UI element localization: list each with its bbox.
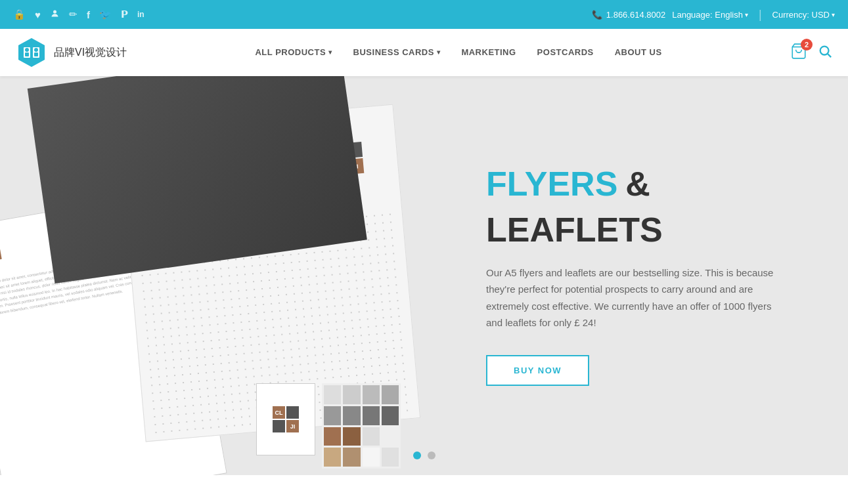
user-icon[interactable]: [50, 9, 60, 20]
logo[interactable]: 品牌VI视觉设计: [16, 37, 127, 68]
cart-button[interactable]: 2: [790, 43, 807, 62]
pinterest-icon[interactable]: 𝗣: [121, 9, 128, 20]
sc1-e2: [273, 420, 285, 432]
hero-title: FLYERS & LEAFLETS: [486, 165, 809, 248]
svg-point-0: [53, 10, 56, 14]
hero-text: FLYERS & LEAFLETS Our A5 flyers and leaf…: [460, 139, 848, 411]
heart-icon[interactable]: ♥: [35, 9, 41, 20]
nav-right: 2: [790, 43, 832, 62]
main-nav: ALL PRODUCTS ▾ BUSINESS CARDS ▾ MARKETIN…: [247, 29, 669, 76]
language-chevron-icon: ▾: [745, 11, 748, 18]
cg-1: [324, 385, 341, 404]
cg-9: [324, 427, 341, 446]
letter-logo-ji: JI: [0, 248, 2, 261]
currency-selector[interactable]: Currency: USD ▾: [772, 10, 835, 20]
currency-chevron-icon: ▾: [832, 11, 835, 18]
cg-11: [363, 427, 380, 446]
mockup-small-card-1: CL JI: [256, 383, 315, 455]
cg-3: [363, 385, 380, 404]
cg-16: [382, 448, 399, 467]
nav-item-marketing[interactable]: MARKETING: [453, 29, 524, 76]
phone-number: 📞 1.866.614.8002: [592, 10, 665, 20]
top-bar-right: 📞 1.866.614.8002 Language: English ▾ | C…: [592, 8, 835, 22]
mockup-color-grid: [322, 383, 401, 469]
divider: |: [759, 8, 762, 22]
svg-point-6: [34, 48, 38, 52]
svg-point-9: [820, 46, 829, 54]
svg-rect-5: [25, 52, 29, 56]
sc1-cl: CL: [273, 406, 285, 419]
navbar: 品牌VI视觉设计 ALL PRODUCTS ▾ BUSINESS CARDS ▾…: [0, 29, 848, 76]
hero-title-ampersand: &: [625, 165, 650, 203]
cg-7: [363, 406, 380, 425]
svg-line-10: [828, 54, 831, 57]
cg-8: [382, 406, 399, 425]
twitter-icon[interactable]: 🐦: [99, 9, 112, 20]
top-bar-icons: 🔒 ♥ ✏ f 🐦 𝗣 in: [13, 9, 145, 20]
pencil-icon[interactable]: ✏: [69, 9, 78, 20]
business-cards-chevron-icon: ▾: [437, 49, 441, 56]
language-selector[interactable]: Language: English ▾: [672, 10, 748, 20]
logo-icon: [16, 37, 47, 68]
cg-6: [343, 406, 360, 425]
top-bar: 🔒 ♥ ✏ f 🐦 𝗣 in 📞 1.866.614.8002 Language…: [0, 0, 848, 29]
nav-item-postcards[interactable]: POSTCARDS: [529, 29, 602, 76]
phone-icon: 📞: [592, 10, 602, 20]
svg-rect-7: [34, 52, 38, 56]
nav-item-all-products[interactable]: ALL PRODUCTS ▾: [247, 29, 340, 76]
sc1-ji: JI: [286, 420, 299, 432]
logo-text: 品牌VI视觉设计: [54, 46, 127, 60]
facebook-icon[interactable]: f: [87, 9, 90, 20]
svg-point-4: [25, 48, 29, 52]
hero-description: Our A5 flyers and leaflets are our bests…: [486, 264, 788, 331]
hero-product-mockup: CL JI CL JI Lorem ipsum dolor sit amet,: [0, 76, 460, 475]
lock-icon[interactable]: 🔒: [13, 9, 26, 20]
svg-marker-1: [18, 38, 45, 67]
carousel-dot-2[interactable]: [428, 452, 435, 459]
all-products-chevron-icon: ▾: [328, 49, 332, 56]
cart-badge: 2: [801, 39, 813, 51]
cg-2: [343, 385, 360, 404]
buy-now-button[interactable]: BUY NOW: [486, 355, 589, 386]
cg-5: [324, 406, 341, 425]
carousel-dots: [413, 452, 435, 459]
cg-14: [343, 448, 360, 467]
carousel-dot-1[interactable]: [413, 452, 421, 459]
hero-title-flyers: FLYERS: [486, 165, 617, 203]
search-icon: [818, 44, 832, 58]
cg-13: [324, 448, 341, 467]
cg-12: [382, 427, 399, 446]
sc1-e1: [286, 406, 299, 419]
hero-title-leaflets: LEAFLETS: [486, 211, 663, 249]
search-button[interactable]: [818, 44, 832, 62]
linkedin-icon[interactable]: in: [137, 10, 145, 19]
cg-15: [363, 448, 380, 467]
small-card-logo: CL JI: [271, 405, 300, 434]
nav-item-business-cards[interactable]: BUSINESS CARDS ▾: [346, 29, 449, 76]
mockup-letter-logo: CL JI: [0, 234, 3, 264]
cg-10: [343, 427, 360, 446]
cg-4: [382, 385, 399, 404]
hero-section: CL JI CL JI Lorem ipsum dolor sit amet,: [0, 76, 848, 475]
nav-item-about-us[interactable]: ABOUT US: [607, 29, 670, 76]
